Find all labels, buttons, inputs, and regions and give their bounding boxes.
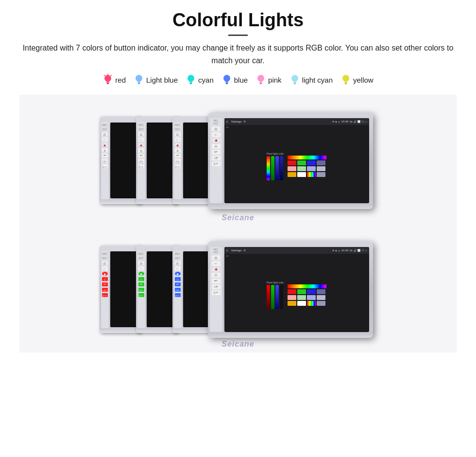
panel-light-label-top: Panel light color	[267, 152, 284, 155]
title-divider	[228, 35, 248, 36]
color-label-yellow: yellow	[353, 76, 374, 84]
svg-point-15	[257, 75, 264, 82]
color-label-red: red	[115, 76, 126, 84]
svg-point-9	[187, 75, 194, 82]
svg-point-21	[342, 75, 349, 82]
svg-point-18	[291, 75, 298, 82]
cyan-bulb-icon	[186, 73, 196, 86]
color-item-cyan: cyan	[186, 73, 214, 86]
svg-line-4	[104, 75, 105, 76]
color-item-yellow: yellow	[340, 73, 374, 86]
title-section: Colorful Lights Integrated with 7 colors…	[19, 10, 457, 67]
device-time-top: 14:40	[341, 120, 348, 123]
svg-rect-10	[189, 81, 192, 83]
color-item-red: red	[102, 73, 126, 86]
pink-bulb-icon	[255, 73, 266, 86]
svg-rect-23	[345, 83, 347, 84]
color-label-blue: blue	[234, 76, 248, 84]
color-item-lightblue: Light blue	[134, 73, 178, 86]
svg-rect-19	[293, 81, 296, 83]
svg-rect-22	[344, 81, 347, 83]
panel-light-label-bottom: Panel light color	[267, 281, 284, 284]
device-time-bottom: 14:40	[341, 249, 348, 252]
svg-rect-11	[190, 83, 192, 84]
color-label-lightcyan: light cyan	[302, 76, 333, 84]
red-bulb-icon	[102, 73, 113, 86]
color-indicators: red Light blue cyan	[19, 73, 457, 86]
svg-rect-8	[138, 83, 140, 84]
lightcyan-bulb-icon	[289, 73, 300, 86]
blue-bulb-icon	[221, 73, 232, 86]
svg-rect-17	[260, 83, 262, 84]
svg-line-5	[111, 75, 112, 76]
settings-label-top: Settings	[231, 120, 242, 123]
svg-rect-20	[294, 83, 296, 84]
settings-label-bottom: Settings	[231, 249, 242, 252]
color-item-lightcyan: light cyan	[289, 73, 333, 86]
yellow-bulb-icon	[340, 73, 351, 86]
svg-rect-14	[226, 83, 228, 84]
svg-rect-2	[107, 83, 109, 84]
page-description: Integrated with 7 colors of button indic…	[19, 42, 457, 67]
svg-rect-16	[259, 81, 262, 83]
svg-rect-7	[137, 81, 140, 83]
svg-point-0	[104, 75, 111, 82]
watermark-top: Seicane	[221, 213, 254, 222]
color-item-blue: blue	[221, 73, 248, 86]
product-image-bottom: MIC RST ⌂ ← ◉ ⌂ ↩ ◁+ ▷+	[19, 226, 457, 352]
svg-rect-13	[225, 81, 228, 83]
svg-rect-1	[106, 81, 109, 83]
product-image-top: MIC RST ⌂ ← ◉ ⌂ ↩ ◁+ ▷+	[19, 95, 457, 226]
color-label-cyan: cyan	[198, 76, 214, 84]
svg-point-6	[136, 75, 142, 82]
lightblue-bulb-icon	[134, 73, 144, 86]
color-label-pink: pink	[268, 76, 282, 84]
svg-point-12	[223, 75, 230, 82]
color-item-pink: pink	[255, 73, 282, 86]
page-title: Colorful Lights	[19, 10, 457, 31]
color-label-lightblue: Light blue	[146, 76, 178, 84]
page-wrapper: Colorful Lights Integrated with 7 colors…	[0, 0, 476, 362]
